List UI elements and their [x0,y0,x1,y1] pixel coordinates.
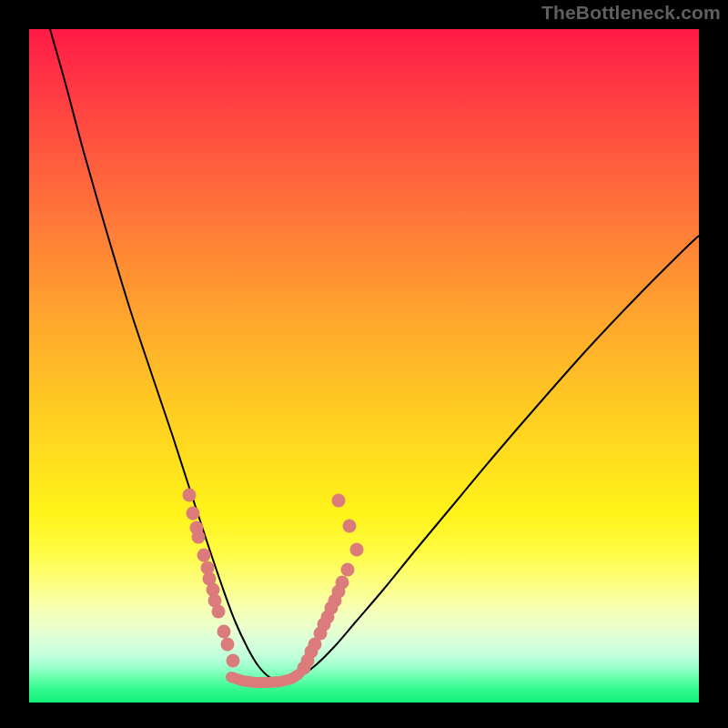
right-markers-group [298,494,364,675]
left-markers-group [183,489,240,668]
data-marker [187,507,200,521]
chart-svg [29,29,699,703]
watermark-text: TheBottleneck.com [541,2,721,24]
data-marker [197,549,211,562]
data-marker [221,638,235,652]
data-marker [350,543,364,557]
data-marker [227,654,240,668]
data-marker [192,531,206,544]
data-marker [332,494,346,508]
data-marker [343,520,357,533]
data-marker [341,563,355,577]
bottleneck-curve [50,29,699,682]
data-marker [183,489,197,502]
plot-area [29,29,699,703]
data-marker [336,576,349,590]
data-marker [212,605,226,619]
data-marker [217,625,231,639]
chart-frame: TheBottleneck.com [0,0,728,728]
trough-highlight [231,674,298,682]
